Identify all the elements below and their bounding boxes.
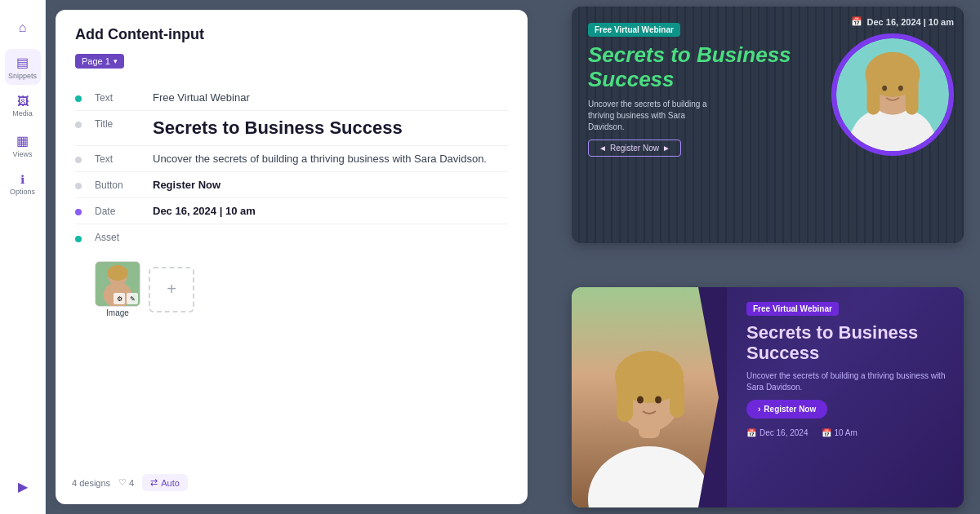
asset-thumbnail[interactable]: ⚙ ✎ bbox=[95, 261, 140, 307]
designs-count: 4 designs bbox=[72, 478, 110, 488]
card2-time-item: 📅 10 Am bbox=[822, 428, 858, 437]
field-label-text1: Text bbox=[95, 91, 140, 104]
previews-area: Free Virtual Webinar Secrets to Business… bbox=[537, 0, 980, 514]
sidebar: ⌂ ▤ Snippets 🖼 Media ▦ Views ℹ Options ▶ bbox=[0, 0, 46, 514]
calendar-icon: 📅 bbox=[851, 16, 862, 27]
page-badge-label: Page 1 bbox=[82, 56, 110, 66]
card1-title: Secrets to Business Success bbox=[588, 43, 804, 92]
card2-badge: Free Virtual Webinar bbox=[746, 302, 839, 316]
auto-button[interactable]: ⇄ Auto bbox=[142, 474, 188, 491]
field-row-date: Date Dec 16, 2024 | 10 am bbox=[75, 198, 508, 224]
views-label: Views bbox=[13, 150, 33, 158]
card2-date-row: 📅 Dec 16, 2024 📅 10 Am bbox=[746, 428, 949, 437]
sidebar-item-snippets[interactable]: ▤ Snippets bbox=[5, 49, 41, 85]
svg-rect-21 bbox=[617, 377, 633, 422]
media-icon: 🖼 bbox=[17, 95, 29, 108]
svg-point-12 bbox=[898, 86, 903, 91]
card1-date: Dec 16, 2024 | 10 am bbox=[867, 17, 954, 27]
arrow-left-icon: ◄ bbox=[599, 144, 607, 153]
card1-desc: Uncover the secrets of building a thrivi… bbox=[588, 99, 719, 133]
card1-register-button[interactable]: ◄ Register Now ► bbox=[588, 140, 681, 157]
snippets-icon: ▤ bbox=[16, 55, 29, 70]
card1-left: Free Virtual Webinar Secrets to Business… bbox=[572, 7, 817, 243]
heart-icon: ♡ bbox=[118, 477, 127, 488]
field-label-text2: Text bbox=[95, 153, 140, 165]
field-value-button[interactable]: Register Now bbox=[153, 179, 508, 191]
options-icon: ℹ bbox=[20, 173, 24, 186]
arrow-right-icon: ► bbox=[662, 144, 670, 153]
clock-icon: 📅 bbox=[822, 428, 831, 437]
svg-rect-10 bbox=[906, 74, 919, 114]
chevron-right-icon: › bbox=[758, 405, 760, 414]
card2-date-item: 📅 Dec 16, 2024 bbox=[746, 428, 808, 437]
field-label-asset: Asset bbox=[95, 231, 140, 243]
field-row-button: Button Register Now bbox=[75, 172, 508, 198]
snippets-label: Snippets bbox=[8, 72, 37, 80]
svg-point-23 bbox=[637, 397, 644, 404]
sidebar-item-options[interactable]: ℹ Options bbox=[5, 166, 41, 202]
card1-badge: Free Virtual Webinar bbox=[588, 23, 680, 37]
heart-count: 4 bbox=[129, 478, 134, 488]
home-icon: ⌂ bbox=[19, 20, 27, 35]
auto-label: Auto bbox=[161, 478, 180, 488]
field-row-asset: Asset bbox=[75, 224, 508, 324]
page-badge[interactable]: Page 1 ▾ bbox=[75, 54, 124, 69]
heart-button[interactable]: ♡ 4 bbox=[118, 477, 134, 488]
svg-rect-22 bbox=[670, 377, 684, 418]
sidebar-item-views[interactable]: ▦ Views bbox=[5, 127, 41, 163]
field-value-text2[interactable]: Uncover the secrets of building a thrivi… bbox=[153, 153, 508, 165]
card2-register-label: Register Now bbox=[764, 405, 816, 414]
field-label-date: Date bbox=[95, 205, 140, 217]
field-value-title[interactable]: Secrets to Business Success bbox=[153, 117, 508, 139]
field-row-text1: Text Free Virtual Webinar bbox=[75, 85, 508, 111]
card2-time: 10 Am bbox=[835, 428, 858, 437]
indicator-text1 bbox=[75, 95, 82, 102]
bottom-bar: 4 designs ♡ 4 ⇄ Auto bbox=[72, 474, 188, 491]
svg-point-11 bbox=[882, 86, 887, 91]
card1-date-row: 📅 Dec 16, 2024 | 10 am bbox=[851, 16, 954, 27]
card2-register-button[interactable]: › Register Now bbox=[746, 400, 827, 419]
sidebar-item-media[interactable]: 🖼 Media bbox=[5, 88, 41, 124]
media-label: Media bbox=[12, 109, 33, 117]
asset-add-button[interactable]: + bbox=[149, 267, 194, 312]
field-value-text1[interactable]: Free Virtual Webinar bbox=[153, 91, 508, 104]
field-value-date[interactable]: Dec 16, 2024 | 10 am bbox=[153, 205, 508, 217]
indicator-title bbox=[75, 122, 82, 128]
sidebar-item-play[interactable]: ▶ bbox=[5, 468, 41, 504]
svg-point-24 bbox=[655, 397, 662, 404]
card2-date: Dec 16, 2024 bbox=[760, 428, 808, 437]
sliders-icon: ⇄ bbox=[150, 477, 158, 488]
indicator-asset bbox=[75, 236, 82, 242]
field-list: Text Free Virtual Webinar Title Secrets … bbox=[75, 85, 508, 324]
field-row-text2: Text Uncover the secrets of building a t… bbox=[75, 146, 508, 172]
chevron-down-icon: ▾ bbox=[114, 57, 118, 65]
sidebar-item-home[interactable]: ⌂ bbox=[5, 10, 41, 46]
asset-edit-icon[interactable]: ✎ bbox=[127, 293, 138, 304]
indicator-date bbox=[75, 209, 82, 215]
card1-register-label: Register Now bbox=[610, 144, 659, 153]
asset-controls: ⚙ ✎ bbox=[114, 293, 138, 304]
asset-label: Image bbox=[106, 308, 129, 317]
panel-title: Add Content-input bbox=[75, 26, 508, 43]
field-row-title: Title Secrets to Business Success bbox=[75, 111, 508, 146]
card1-right: 📅 Dec 16, 2024 | 10 am bbox=[817, 7, 964, 243]
indicator-text2 bbox=[75, 157, 82, 163]
field-label-title: Title bbox=[95, 117, 140, 130]
content-panel: Add Content-input Page 1 ▾ Text Free Vir… bbox=[56, 10, 528, 504]
asset-settings-icon[interactable]: ⚙ bbox=[114, 293, 125, 304]
svg-rect-9 bbox=[866, 74, 880, 114]
field-label-button: Button bbox=[95, 179, 140, 191]
calendar-icon-2: 📅 bbox=[746, 428, 756, 437]
views-icon: ▦ bbox=[16, 133, 29, 148]
card2-right: Free Virtual Webinar Secrets to Business… bbox=[727, 287, 964, 507]
play-icon: ▶ bbox=[18, 479, 28, 494]
card2-person-svg bbox=[572, 287, 727, 507]
card1-person-svg bbox=[836, 33, 949, 156]
svg-point-2 bbox=[107, 265, 127, 281]
options-label: Options bbox=[10, 188, 35, 196]
asset-area: ⚙ ✎ Image + bbox=[95, 261, 194, 317]
card2-left bbox=[572, 287, 727, 507]
indicator-button bbox=[75, 183, 82, 189]
preview-card-1: Free Virtual Webinar Secrets to Business… bbox=[572, 7, 964, 243]
card2-desc: Uncover the secrets of building a thrivi… bbox=[746, 370, 949, 393]
